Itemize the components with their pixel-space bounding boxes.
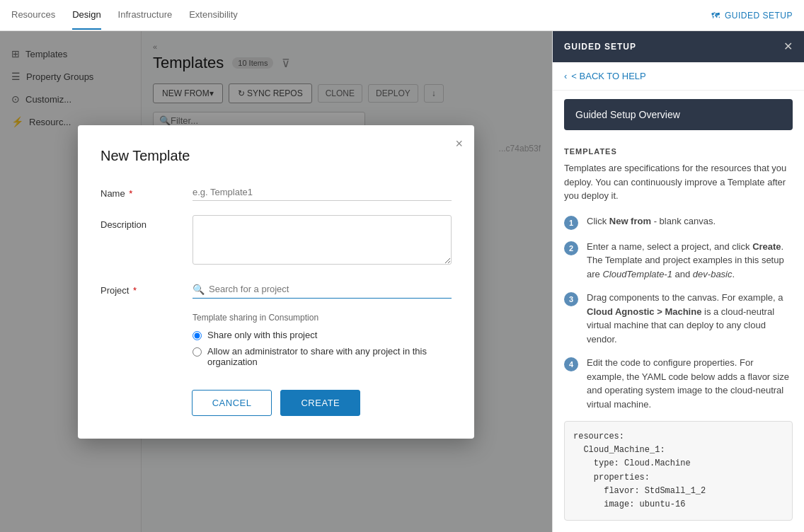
radio-allow-admin-share[interactable]: Allow an administrator to share with any… [193, 346, 452, 367]
step-2-number: 2 [564, 241, 578, 255]
name-required-asterisk: * [129, 188, 132, 199]
modal-close-button[interactable]: × [455, 137, 463, 151]
tab-design[interactable]: Design [72, 1, 100, 30]
modal-overlay: New Template × Name * Description [0, 31, 552, 532]
modal-footer: CANCEL CREATE [100, 390, 452, 416]
top-navigation: Resources Design Infrastructure Extensib… [0, 0, 804, 31]
name-field-container [193, 184, 452, 201]
modal-title: New Template [100, 148, 452, 164]
step-3: 3 Drag components to the canvas. For exa… [564, 291, 793, 346]
step-2-text: Enter a name, select a project, and clic… [587, 240, 793, 282]
guided-setup-title: GUIDED SETUP [564, 42, 636, 52]
back-to-help-link[interactable]: ‹ < BACK TO HELP [553, 62, 804, 91]
sharing-label: Template sharing in Consumption [193, 313, 452, 323]
step-3-number: 3 [564, 292, 578, 306]
guided-setup-content: TEMPLATES Templates are specifications f… [553, 139, 804, 532]
radio-share-this-project[interactable]: Share only with this project [193, 330, 452, 340]
description-label: Description [100, 215, 193, 230]
guided-setup-header: GUIDED SETUP ✕ [553, 31, 804, 62]
description-field-container [193, 215, 452, 267]
tab-extensibility[interactable]: Extensibility [189, 1, 238, 30]
create-button[interactable]: CREATE [280, 390, 360, 416]
step-4-number: 4 [564, 357, 578, 371]
overview-box: Guided Setup Overview [564, 99, 793, 130]
guided-setup-button[interactable]: 🗺 GUIDED SETUP [711, 11, 793, 21]
step-1-number: 1 [564, 216, 578, 230]
step-3-text: Drag components to the canvas. For examp… [587, 291, 793, 346]
steps-list: 1 Click New from - blank canvas. 2 Enter… [564, 214, 793, 412]
name-label: Name * [100, 184, 193, 199]
project-required-asterisk: * [133, 285, 137, 296]
step-4-text: Edit the code to configure properties. F… [587, 356, 793, 411]
yaml-code-block: resources: Cloud_Machine_1: type: Cloud.… [564, 421, 793, 521]
project-search-container[interactable]: 🔍 [193, 281, 452, 299]
step-1: 1 Click New from - blank canvas. [564, 214, 793, 230]
description-form-row: Description [100, 215, 452, 267]
name-input[interactable] [193, 184, 452, 201]
radio-allow-admin-share-input[interactable] [193, 347, 202, 357]
step-2: 2 Enter a name, select a project, and cl… [564, 240, 793, 282]
guided-setup-close-button[interactable]: ✕ [783, 41, 793, 52]
left-panel: ⊞ Templates ☰ Property Groups ⊙ Customiz… [0, 31, 552, 532]
map-icon: 🗺 [711, 11, 720, 21]
step-4: 4 Edit the code to configure properties.… [564, 356, 793, 411]
new-template-modal: New Template × Name * Description [78, 125, 474, 439]
step-1-text: Click New from - blank canvas. [587, 214, 716, 230]
templates-section-label: TEMPLATES [564, 147, 793, 156]
cancel-button[interactable]: CANCEL [192, 390, 272, 416]
sharing-section: Template sharing in Consumption Share on… [193, 313, 452, 367]
project-field-container: 🔍 [193, 281, 452, 299]
project-search-input[interactable] [209, 284, 452, 294]
project-form-row: Project * 🔍 [100, 281, 452, 299]
tab-resources[interactable]: Resources [11, 1, 55, 30]
radio-share-this-project-input[interactable] [193, 331, 202, 340]
nav-tabs: Resources Design Infrastructure Extensib… [11, 1, 238, 30]
main-layout: ⊞ Templates ☰ Property Groups ⊙ Customiz… [0, 31, 804, 532]
templates-description: Templates are specifications for the res… [564, 161, 793, 203]
tab-infrastructure[interactable]: Infrastructure [118, 1, 173, 30]
project-label: Project * [100, 281, 193, 296]
project-search-icon: 🔍 [193, 284, 205, 295]
guided-setup-panel: GUIDED SETUP ✕ ‹ < BACK TO HELP Guided S… [552, 31, 804, 532]
name-form-row: Name * [100, 184, 452, 201]
chevron-left-icon: ‹ [564, 71, 567, 81]
description-textarea[interactable] [193, 215, 452, 265]
